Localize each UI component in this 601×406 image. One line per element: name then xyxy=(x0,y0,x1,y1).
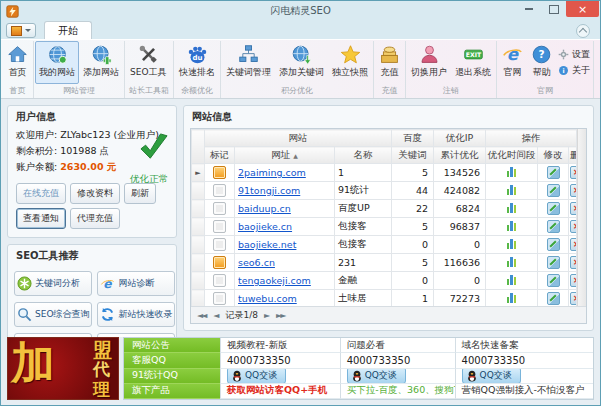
col-header-period[interactable]: 优化时间段 xyxy=(486,147,538,164)
mark-icon[interactable] xyxy=(213,274,226,287)
chart-icon[interactable] xyxy=(507,184,517,195)
site-link[interactable]: baiduup.cn xyxy=(238,203,291,214)
mark-icon[interactable] xyxy=(213,166,226,179)
col-header-delete[interactable]: 删除 xyxy=(569,147,577,164)
settings-button[interactable]: 设置 xyxy=(558,48,590,61)
delete-icon[interactable]: × xyxy=(570,274,576,287)
delete-icon[interactable]: × xyxy=(570,256,576,269)
add-site-button[interactable]: 添加网站 xyxy=(79,41,123,84)
mark-icon[interactable] xyxy=(213,202,226,215)
keyword-analysis-button[interactable]: 关键词分析 xyxy=(14,271,92,296)
close-button[interactable]: × xyxy=(566,1,599,17)
table-row[interactable]: baiduup.cn 百度UP 22 6824 × xyxy=(192,200,577,218)
chart-icon[interactable] xyxy=(507,238,517,249)
edit-profile-button[interactable]: 修改资料 xyxy=(70,183,120,204)
last-record-button[interactable]: ►► xyxy=(276,311,286,320)
site-link[interactable]: 91tongji.com xyxy=(238,185,300,196)
online-recharge-button[interactable]: 在线充值 xyxy=(16,183,66,204)
switch-user-button[interactable]: 切换用户 xyxy=(407,41,451,84)
next-record-button[interactable]: ► xyxy=(264,311,270,320)
row-selector[interactable]: ► xyxy=(192,164,205,182)
seo-query-button[interactable]: SEO综合查询 xyxy=(14,302,92,327)
minimize-button[interactable] xyxy=(516,1,541,17)
qq-chat-button[interactable]: QQ交谈 xyxy=(227,369,286,384)
edit-icon[interactable] xyxy=(547,166,560,179)
table-row[interactable]: baojieke.cn 包接客 5 96837 × xyxy=(192,218,577,236)
row-selector[interactable] xyxy=(192,272,205,290)
row-selector[interactable] xyxy=(192,290,205,307)
chart-icon[interactable] xyxy=(507,274,517,285)
announce-link-3[interactable]: 域名快速备案 xyxy=(455,338,593,353)
col-header-keywords[interactable]: 关键词 xyxy=(392,147,434,164)
vertical-scrollbar[interactable] xyxy=(577,129,586,306)
refresh-button[interactable]: 刷新 xyxy=(124,183,156,204)
col-header-mark[interactable]: 标记 xyxy=(205,147,235,164)
official-site-button[interactable]: e 官网 xyxy=(498,41,527,84)
col-header-name[interactable]: 名称 xyxy=(335,147,392,164)
table-row[interactable]: 91tongji.com 91统计 44 424082 × xyxy=(192,182,577,200)
row-selector[interactable] xyxy=(192,200,205,218)
edit-icon[interactable] xyxy=(547,184,560,197)
product-link-2[interactable]: 买下拉-百度、360、搜狗下拉框 xyxy=(340,384,455,399)
delete-icon[interactable]: × xyxy=(570,292,576,305)
edit-icon[interactable] xyxy=(547,202,560,215)
edit-icon[interactable] xyxy=(547,292,560,305)
delete-icon[interactable]: × xyxy=(570,238,576,251)
row-selector[interactable] xyxy=(192,182,205,200)
delete-icon[interactable]: × xyxy=(570,184,576,197)
snapshot-button[interactable]: 独立快照 xyxy=(328,41,372,84)
table-row[interactable]: ► 2paiming.com 1 5 134526 × xyxy=(192,164,577,182)
table-row[interactable]: tuwebu.com 土味居 1 72273 × xyxy=(192,290,577,307)
recharge-button[interactable]: 充值 xyxy=(375,41,404,84)
help-button[interactable]: ? 帮助 xyxy=(527,41,556,84)
first-record-button[interactable]: ◄◄ xyxy=(197,311,207,320)
table-row[interactable]: baojieke.net 包接客 0 0 × xyxy=(192,236,577,254)
site-link[interactable]: tuwebu.com xyxy=(238,293,297,304)
agent-ad-banner[interactable]: 加 盟 代 理 xyxy=(7,337,119,400)
chart-icon[interactable] xyxy=(507,292,517,303)
product-link-3[interactable]: 营销QQ强制接入-不怕没客户 xyxy=(455,384,593,399)
mark-icon[interactable] xyxy=(213,184,226,197)
qq-chat-button[interactable]: QQ交谈 xyxy=(462,369,521,384)
site-link[interactable]: tengaokeji.com xyxy=(238,275,311,286)
site-link[interactable]: baojieke.net xyxy=(238,239,296,250)
qq-chat-button[interactable]: QQ交谈 xyxy=(347,369,406,384)
agent-recharge-button[interactable]: 代理充值 xyxy=(70,208,120,229)
quick-rank-button[interactable]: du 快速排名 xyxy=(175,41,219,84)
row-selector[interactable] xyxy=(192,236,205,254)
table-row[interactable]: tengaokeji.com 金融 0 0 × xyxy=(192,272,577,290)
app-menu-button[interactable] xyxy=(6,23,36,38)
chart-icon[interactable] xyxy=(507,256,517,267)
announce-link-1[interactable]: 视频教程-新版 xyxy=(220,338,340,353)
tab-start[interactable]: 开始 xyxy=(44,21,92,39)
quick-index-button[interactable]: 新站快速收录 xyxy=(97,302,175,327)
delete-icon[interactable]: × xyxy=(570,202,576,215)
edit-icon[interactable] xyxy=(547,274,560,287)
col-header-total[interactable]: 累计优化 xyxy=(434,147,486,164)
exit-button[interactable]: EXIT 退出系统 xyxy=(451,41,495,84)
edit-icon[interactable] xyxy=(547,238,560,251)
mark-icon[interactable] xyxy=(213,256,226,269)
prev-record-button[interactable]: ◄ xyxy=(213,311,219,320)
row-selector[interactable] xyxy=(192,254,205,272)
keyword-manage-button[interactable]: 关键词管理 xyxy=(222,41,275,84)
chart-icon[interactable] xyxy=(507,220,517,231)
view-notice-button[interactable]: 查看通知 xyxy=(16,208,66,229)
ribbon-collapse-button[interactable] xyxy=(576,24,590,38)
chart-icon[interactable] xyxy=(507,166,517,177)
delete-icon[interactable]: × xyxy=(570,220,576,233)
seo-tools-button[interactable]: SEO工具 xyxy=(126,41,170,84)
delete-icon[interactable]: × xyxy=(570,166,576,179)
mark-icon[interactable] xyxy=(213,292,226,305)
edit-icon[interactable] xyxy=(547,256,560,269)
chart-icon[interactable] xyxy=(507,202,517,213)
site-link[interactable]: 2paiming.com xyxy=(238,167,306,178)
about-button[interactable]: i 关于 xyxy=(558,64,590,77)
col-header-edit[interactable]: 修改 xyxy=(538,147,569,164)
table-row[interactable]: seo6.cn 231 5 116636 × xyxy=(192,254,577,272)
site-diagnose-button[interactable]: e 网站诊断 xyxy=(97,271,175,296)
edit-icon[interactable] xyxy=(547,220,560,233)
maximize-button[interactable] xyxy=(541,1,566,17)
row-selector[interactable] xyxy=(192,218,205,236)
site-link[interactable]: seo6.cn xyxy=(238,257,275,268)
